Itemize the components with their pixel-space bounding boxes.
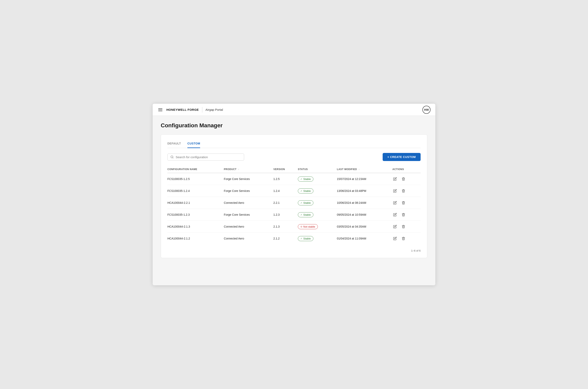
delete-button[interactable]	[401, 200, 406, 205]
cell-actions	[392, 233, 421, 245]
cell-name: HCA100044-2.1.3	[167, 221, 224, 233]
cell-product: Forge Core Services	[224, 173, 274, 185]
delete-button[interactable]	[401, 224, 406, 229]
col-header-version: VERSION	[274, 166, 298, 173]
edit-button[interactable]	[392, 236, 398, 241]
cell-product: Connected Aero	[224, 233, 274, 245]
status-badge: ✓ Stable	[298, 200, 313, 205]
app-header: HONEYWELL FORGE Airgap Portal HW	[153, 104, 435, 116]
edit-icon	[393, 225, 397, 228]
edit-icon	[393, 237, 397, 240]
cell-product: Forge Core Services	[224, 185, 274, 197]
cell-status: ✓ Stable	[298, 209, 337, 221]
create-custom-button[interactable]: + CREATE CUSTOM	[383, 153, 421, 161]
col-header-status: STATUS	[298, 166, 337, 173]
edit-button[interactable]	[392, 200, 398, 205]
col-header-actions: ACTIONS	[392, 166, 421, 173]
svg-line-1	[173, 158, 173, 158]
edit-icon	[393, 201, 397, 205]
portal-name: Airgap Portal	[206, 108, 223, 111]
status-icon: ✓	[301, 237, 302, 240]
delete-button[interactable]	[401, 236, 406, 241]
trash-icon	[402, 201, 405, 205]
search-input[interactable]	[176, 155, 241, 159]
table-row: HCA100044-2.1.2 Connected Aero 2.1.2 ✓ S…	[167, 233, 421, 245]
logo-text: HONEYWELL FORGE	[166, 108, 199, 111]
trash-icon	[402, 177, 405, 181]
cell-actions	[392, 209, 421, 221]
cell-actions	[392, 197, 421, 209]
status-badge: ⊙ Not stable	[298, 224, 318, 229]
status-icon: ✓	[301, 190, 302, 192]
delete-button[interactable]	[401, 176, 406, 182]
header-divider	[202, 107, 202, 113]
cell-product: Connected Aero	[224, 221, 274, 233]
cell-version: 2.2.1	[274, 197, 298, 209]
tab-default[interactable]: DEFAULT	[167, 140, 181, 148]
hamburger-menu-button[interactable]	[158, 107, 163, 112]
cell-name: FCS100035-1.2.3	[167, 209, 224, 221]
table-row: FCS100035-1.2.4 Forge Core Services 1.2.…	[167, 185, 421, 197]
edit-button[interactable]	[392, 188, 398, 194]
search-box[interactable]	[167, 154, 244, 161]
cell-status: ✓ Stable	[298, 185, 337, 197]
edit-button[interactable]	[392, 212, 398, 217]
status-icon: ⊙	[301, 225, 302, 228]
edit-button[interactable]	[392, 224, 398, 229]
tab-bar: DEFAULT CUSTOM	[167, 140, 421, 148]
cell-last-modified: 13/06/2024 at 03:48PM	[337, 185, 392, 197]
tab-custom[interactable]: CUSTOM	[187, 140, 200, 148]
cell-version: 2.1.3	[274, 221, 298, 233]
cell-product: Connected Aero	[224, 197, 274, 209]
status-badge: ✓ Stable	[298, 189, 313, 194]
edit-icon	[393, 177, 397, 181]
status-icon: ✓	[301, 178, 302, 180]
table-header-row: CONFIGURATION NAME PRODUCT ↑ VERSION STA…	[167, 166, 421, 173]
cell-version: 2.1.2	[274, 233, 298, 245]
status-badge: ✓ Stable	[298, 236, 313, 241]
cell-version: 1.2.3	[274, 209, 298, 221]
table-row: HCA100044-2.1.3 Connected Aero 2.1.3 ⊙ N…	[167, 221, 421, 233]
main-card: DEFAULT CUSTOM + CREATE CUSTOM	[161, 134, 427, 258]
cell-last-modified: 15/07/2024 at 12:23AM	[337, 173, 392, 185]
edit-icon	[393, 213, 397, 217]
trash-icon	[402, 237, 405, 240]
trash-icon	[402, 225, 405, 228]
col-header-last-modified: LAST MODIFIED ↑	[337, 166, 392, 173]
status-badge: ✓ Stable	[298, 177, 313, 182]
cell-last-modified: 10/06/2024 at 08:24AM	[337, 197, 392, 209]
cell-last-modified: 09/05/2024 at 10:59AM	[337, 209, 392, 221]
status-icon: ✓	[301, 213, 302, 216]
cell-name: HCA100044-2.1.2	[167, 233, 224, 245]
user-avatar[interactable]: HW	[422, 106, 430, 114]
cell-actions	[392, 173, 421, 185]
pagination-text: 1–6 of 6	[411, 249, 421, 252]
cell-status: ⊙ Not stable	[298, 221, 337, 233]
edit-button[interactable]	[392, 176, 398, 182]
delete-button[interactable]	[401, 212, 406, 217]
page-content: Configuration Manager DEFAULT CUSTOM + C…	[153, 116, 435, 264]
product-sort-icon: ↑	[238, 168, 239, 170]
toolbar: + CREATE CUSTOM	[167, 153, 421, 161]
cell-product: Forge Core Services	[224, 209, 274, 221]
table-row: HCA100044-2.2.1 Connected Aero 2.2.1 ✓ S…	[167, 197, 421, 209]
last-modified-sort-icon: ↑	[359, 168, 360, 170]
page-title: Configuration Manager	[161, 122, 427, 129]
cell-actions	[392, 221, 421, 233]
search-icon	[171, 155, 174, 159]
pagination: 1–6 of 6	[167, 249, 421, 252]
cell-version: 1.2.4	[274, 185, 298, 197]
cell-name: FCS100035-1.2.4	[167, 185, 224, 197]
trash-icon	[402, 189, 405, 193]
status-badge: ✓ Stable	[298, 212, 313, 217]
delete-button[interactable]	[401, 188, 406, 194]
status-icon: ✓	[301, 201, 302, 204]
cell-status: ✓ Stable	[298, 197, 337, 209]
configurations-table: CONFIGURATION NAME PRODUCT ↑ VERSION STA…	[167, 166, 421, 244]
cell-name: FCS100035-1.2.5	[167, 173, 224, 185]
cell-actions	[392, 185, 421, 197]
cell-version: 1.2.5	[274, 173, 298, 185]
cell-last-modified: 03/05/2024 at 04:35AM	[337, 221, 392, 233]
table-row: FCS100035-1.2.3 Forge Core Services 1.2.…	[167, 209, 421, 221]
cell-name: HCA100044-2.2.1	[167, 197, 224, 209]
